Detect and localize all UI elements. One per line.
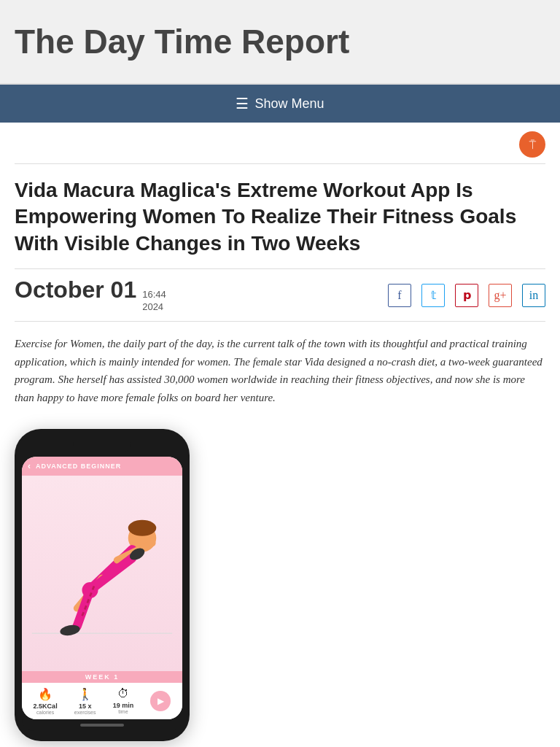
exercises-icon: 🚶 [78,687,93,701]
meta-row: October 01 16:44 2024 f 𝕥 𝗽 g+ in [15,268,545,322]
site-header: The Day Time Report [0,0,560,85]
phone-screen: ‹ Advanced Beginner [22,457,182,719]
hamburger-icon: ☰ [236,95,249,112]
phone-home-indicator [80,724,124,727]
nav-bar: ☰ Show Menu [0,85,560,123]
article-time: 16:44 [142,289,166,301]
site-title: The Day Time Report [15,22,545,61]
article-title: Vida Macura Maglica's Extreme Workout Ap… [15,163,545,268]
phone-stat-exercises: 🚶 15 x exercises [74,687,96,715]
time-value: 19 min [113,702,134,709]
phone-stat-time: ⏱ 19 min time [113,687,134,714]
time-icon: ⏱ [117,687,129,700]
show-menu-button[interactable]: ☰ Show Menu [236,95,324,112]
svg-line-9 [77,590,90,627]
calories-icon: 🔥 [38,687,52,701]
linkedin-icon: in [529,289,538,302]
time-year-block: 16:44 2024 [142,289,166,314]
time-label: time [118,709,128,714]
phone-mockup: ‹ Advanced Beginner [15,429,190,741]
article-year: 2024 [142,301,166,314]
googleplus-share-button[interactable]: g+ [489,284,512,307]
googleplus-icon: g+ [494,289,506,302]
facebook-share-button[interactable]: f [388,284,411,307]
exercises-label: exercises [74,710,96,715]
rss-area: ⍑ [0,123,560,163]
pinterest-icon: 𝗽 [463,288,471,302]
facebook-icon: f [397,289,401,302]
date-block: October 01 16:44 2024 [15,276,166,314]
article-body: Exercise for Women, the daily part of th… [15,322,545,422]
continue-button[interactable]: ▶ [150,691,171,711]
phone-week-label: Week 1 [22,671,182,683]
phone-topbar: ‹ Advanced Beginner [22,457,182,476]
rss-icon: ⍑ [529,137,537,152]
phone-home-bar [22,719,182,731]
calories-label: calories [36,710,54,715]
svg-line-7 [90,558,133,590]
pinterest-share-button[interactable]: 𝗽 [455,284,478,307]
phone-stat-calories: 🔥 2.5KCal calories [34,687,58,715]
phone-back-icon: ‹ [28,461,31,471]
linkedin-share-button[interactable]: in [522,284,545,307]
exercises-value: 15 x [79,703,92,710]
twitter-icon: 𝕥 [431,288,436,302]
phone-image-area [22,476,182,671]
svg-point-2 [128,520,157,536]
phone-mockup-wrapper: ‹ Advanced Beginner [0,422,560,747]
share-icons: f 𝕥 𝗽 g+ in [388,284,545,307]
phone-topbar-label: Advanced Beginner [36,462,121,470]
rss-button[interactable]: ⍑ [519,131,545,158]
twitter-share-button[interactable]: 𝕥 [421,284,445,307]
article-date: October 01 [15,276,136,303]
article-container: Vida Macura Maglica's Extreme Workout Ap… [0,163,560,422]
calories-value: 2.5KCal [34,703,58,710]
show-menu-label: Show Menu [254,96,324,112]
phone-notch [73,439,131,452]
continue-icon: ▶ [158,696,164,706]
phone-stats-row: 🔥 2.5KCal calories 🚶 15 x exercises ⏱ 19… [22,683,182,719]
woman-figure-svg [22,478,182,668]
